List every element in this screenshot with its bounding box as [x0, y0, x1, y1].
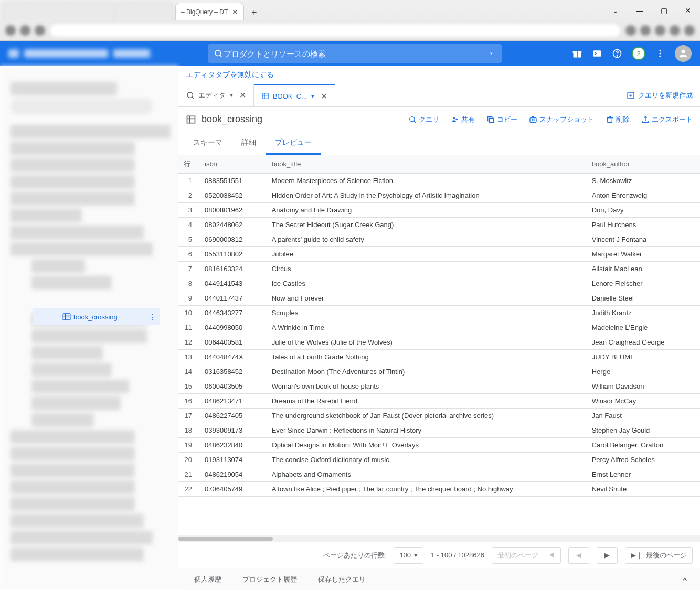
col-author[interactable]: book_author	[587, 155, 700, 173]
chevron-down-icon[interactable]: ▼	[310, 93, 315, 99]
table-row[interactable]: 2 0520038452 Hidden Order of Art: A Stud…	[178, 188, 700, 202]
preview-table-wrap[interactable]: 行 isbn book_title book_author 1 08835515…	[178, 155, 700, 535]
main-content: エディタタブを無効にする エディタ ▼ ✕ BOOK_C... ▼ ✕ クエリを…	[178, 66, 700, 590]
editor-tab[interactable]: エディタ ▼ ✕	[178, 84, 254, 106]
new-tab-button[interactable]: +	[246, 5, 262, 20]
horizontal-scrollbar[interactable]	[178, 535, 700, 542]
close-icon[interactable]: ✕	[232, 8, 238, 16]
avatar[interactable]	[675, 45, 692, 62]
delete-button[interactable]: 削除	[606, 115, 630, 124]
share-button[interactable]: 共有	[451, 115, 475, 124]
cell-author: Winsor McCay	[587, 393, 700, 408]
svg-point-26	[410, 116, 415, 121]
table-row[interactable]: 6 0553110802 Jubilee Margaret Walker	[178, 246, 700, 261]
table-tab[interactable]: BOOK_C... ▼ ✕	[254, 84, 335, 106]
editor-tab-label: エディタ	[198, 91, 226, 100]
table-icon	[261, 92, 270, 100]
table-row[interactable]: 1 0883551551 Modern Masterpieces of Scie…	[178, 173, 700, 188]
pager: ページあたりの行数: 100▾ 1 - 100 / 1028626 最初のページ…	[178, 542, 700, 568]
table-row[interactable]: 19 0486232840 Optical Designs in Motion:…	[178, 437, 700, 452]
more-icon[interactable]	[655, 48, 665, 59]
cell-author: William Davidson	[587, 379, 700, 393]
chevron-down-icon[interactable]	[486, 48, 496, 59]
details-tab[interactable]: 詳細	[232, 132, 266, 155]
svg-point-10	[660, 56, 661, 57]
cell-isbn: 0600403505	[199, 379, 267, 393]
table-row[interactable]: 9 0440117437 Now and Forever Danielle St…	[178, 291, 700, 305]
table-row[interactable]: 10 0446343277 Scruples Judith Krantz	[178, 305, 700, 320]
help-icon[interactable]	[612, 48, 622, 59]
table-icon	[62, 312, 71, 321]
url-input[interactable]	[49, 23, 621, 38]
cell-rownum: 9	[178, 291, 199, 305]
disable-editor-tab-link[interactable]: エディタタブを無効にする	[186, 70, 274, 79]
table-row[interactable]: 7 0816163324 Circus Alistair MacLean	[178, 261, 700, 276]
more-icon[interactable]: ⋮	[148, 312, 156, 322]
subtabs: スキーマ 詳細 プレビュー	[178, 132, 700, 155]
table-row[interactable]: 4 0802448062 The Secret Hideout (Sugar C…	[178, 217, 700, 232]
table-row[interactable]: 22 0706405749 A town like Alice ; Pied p…	[178, 481, 700, 496]
notification-badge[interactable]: 2	[632, 47, 645, 60]
table-row[interactable]: 11 0440998050 A Wrinkle in Time Madelein…	[178, 320, 700, 335]
last-page-button[interactable]: ▶｜最後のページ	[625, 547, 693, 564]
expand-icon[interactable]	[680, 575, 690, 584]
project-history-tab[interactable]: プロジェクト履歴	[242, 575, 297, 584]
personal-history-tab[interactable]: 個人履歴	[194, 575, 221, 584]
copy-button[interactable]: コピー	[486, 115, 517, 124]
table-row[interactable]: 13 044048474X Tales of a Fourth Grade No…	[178, 349, 700, 364]
export-button[interactable]: エクスポート	[641, 115, 693, 124]
svg-point-28	[453, 117, 455, 119]
cell-title: The Secret Hideout (Sugar Creek Gang)	[267, 217, 587, 232]
query-button[interactable]: クエリ	[408, 115, 439, 124]
col-title[interactable]: book_title	[267, 155, 587, 173]
col-isbn[interactable]: isbn	[199, 155, 267, 173]
cell-title: Circus	[267, 261, 587, 276]
svg-line-27	[414, 121, 416, 122]
bottom-history-tabs: 個人履歴 プロジェクト履歴 保存したクエリ	[178, 568, 700, 590]
chevron-down-icon[interactable]: ▼	[229, 92, 234, 98]
cloudshell-icon[interactable]	[592, 48, 602, 59]
new-query-button[interactable]: クエリを新規作成	[627, 91, 693, 100]
window-close[interactable]: ✕	[676, 2, 700, 19]
cell-isbn: 0706405749	[199, 481, 267, 496]
table-row[interactable]: 8 0449141543 Ice Castles Lenore Fleische…	[178, 276, 700, 291]
table-row[interactable]: 12 0064400581 Julie of the Wolves (Julie…	[178, 335, 700, 349]
svg-rect-23	[187, 116, 195, 123]
browser-chrome: ⌄ ― ▢ ✕ – BigQuery – DT ✕ +	[0, 0, 700, 41]
preview-table: 行 isbn book_title book_author 1 08835515…	[178, 155, 700, 497]
browser-tab[interactable]	[3, 3, 113, 20]
cell-isbn: 044048474X	[199, 349, 267, 364]
snapshot-button[interactable]: スナップショット	[529, 115, 594, 124]
explorer-item-book-crossing[interactable]: book_crossing ⋮	[33, 308, 160, 325]
window-minimize[interactable]: ―	[628, 2, 652, 19]
table-row[interactable]: 21 0486219054 Alphabets and Ornaments Er…	[178, 467, 700, 481]
table-row[interactable]: 3 0800801962 Anatomy and Life Drawing Do…	[178, 202, 700, 217]
search-bar[interactable]	[208, 44, 502, 63]
table-row[interactable]: 17 0486227405 The underground sketchbook…	[178, 408, 700, 423]
window-maximize[interactable]: ▢	[652, 2, 676, 19]
prev-page-button[interactable]: ◀	[568, 547, 589, 564]
window-dropdown[interactable]: ⌄	[603, 2, 628, 19]
saved-query-tab[interactable]: 保存したクエリ	[318, 575, 366, 584]
table-row[interactable]: 18 0393009173 Ever Since Darwin : Reflec…	[178, 423, 700, 437]
col-row[interactable]: 行	[178, 155, 199, 173]
table-row[interactable]: 20 0193113074 The concise Oxford diction…	[178, 452, 700, 467]
table-row[interactable]: 14 0316358452 Destination Moon (The Adve…	[178, 364, 700, 379]
cell-isbn: 0393009173	[199, 423, 267, 437]
schema-tab[interactable]: スキーマ	[184, 132, 232, 155]
search-input[interactable]	[224, 49, 486, 58]
table-row[interactable]: 5 0690000812 A parents' guide to child s…	[178, 232, 700, 246]
browser-tab[interactable]	[115, 3, 173, 20]
cell-isbn: 0816163324	[199, 261, 267, 276]
cell-rownum: 19	[178, 437, 199, 452]
table-row[interactable]: 15 0600403505 Woman's own book of house …	[178, 379, 700, 393]
preview-tab[interactable]: プレビュー	[266, 132, 321, 155]
close-icon[interactable]: ✕	[239, 90, 246, 100]
close-icon[interactable]: ✕	[321, 91, 327, 101]
per-page-select[interactable]: 100▾	[394, 547, 423, 564]
next-page-button[interactable]: ▶	[597, 547, 618, 564]
first-page-button[interactable]: 最初のページ｜◀	[492, 547, 561, 564]
gift-icon[interactable]	[572, 48, 582, 59]
table-row[interactable]: 16 0486213471 Dreams of the Rarebit Fien…	[178, 393, 700, 408]
browser-tab-active[interactable]: – BigQuery – DT ✕	[175, 3, 244, 20]
